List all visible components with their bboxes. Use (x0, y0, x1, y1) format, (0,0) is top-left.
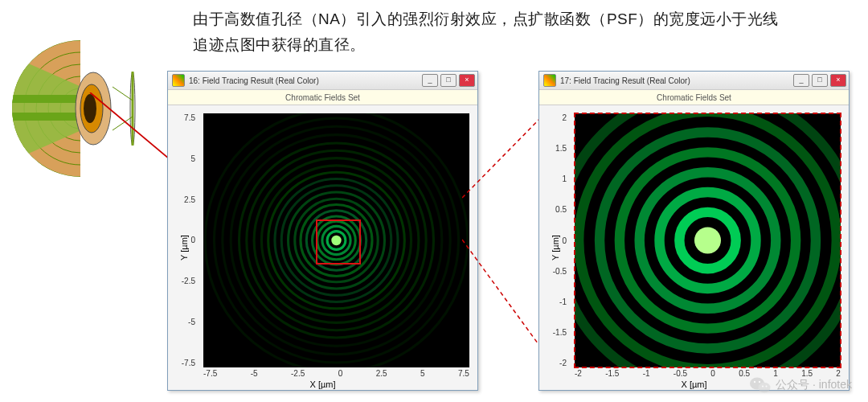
plot-area-16[interactable]: Y [µm] 7.552.50-2.5-5-7.5 (168, 105, 477, 390)
yticks-16: 7.552.50-2.5-5-7.5 (186, 113, 195, 367)
min-button[interactable]: _ (422, 74, 438, 87)
app-icon (543, 74, 556, 87)
svg-point-51 (754, 381, 755, 383)
psf-image-zoom (575, 113, 841, 367)
svg-point-54 (766, 386, 768, 388)
titlebar-17[interactable]: 17: Field Tracing Result (Real Color) _ … (539, 72, 849, 89)
xticks-16: -7.5-5-2.502.557.5 (203, 369, 469, 379)
close-button[interactable]: × (830, 74, 846, 87)
svg-line-14 (113, 117, 133, 130)
yticks-17: 21.510.50-0.5-1-1.5-2 (557, 113, 567, 367)
svg-line-13 (113, 87, 133, 100)
app-icon (172, 74, 185, 87)
svg-point-41 (694, 227, 721, 253)
result-window-16: 16: Field Tracing Result (Real Color) _ … (167, 71, 478, 391)
plot-area-17[interactable]: Y [µm] 21.510.50-0.5-1-1.5-2 (539, 105, 849, 390)
max-button[interactable]: □ (440, 74, 457, 87)
min-button[interactable]: _ (793, 74, 809, 87)
titlebar-16[interactable]: 16: Field Tracing Result (Real Color) _ … (168, 72, 477, 89)
watermark: 公众号 · infotek (750, 376, 852, 394)
watermark-text: 公众号 · infotek (776, 378, 852, 392)
svg-point-52 (759, 381, 760, 383)
wechat-icon (750, 376, 771, 394)
svg-point-50 (759, 383, 771, 393)
close-button[interactable]: × (459, 74, 475, 87)
psf-image-full (203, 113, 469, 367)
title-text-16: 16: Field Tracing Result (Real Color) (189, 76, 422, 85)
svg-point-10 (84, 94, 96, 123)
title-text-17: 17: Field Tracing Result (Real Color) (560, 76, 793, 85)
eye-lens-diagram (8, 32, 153, 185)
subtitle-17: Chromatic Fields Set (539, 89, 849, 105)
xlabel-16: X [µm] (168, 379, 477, 389)
roi-box (316, 219, 361, 265)
svg-point-53 (762, 386, 764, 388)
max-button[interactable]: □ (812, 74, 828, 87)
description-text: 由于高数值孔径（NA）引入的强烈衍射效应，点扩散函数（PSF）的宽度远小于光线追… (193, 6, 788, 59)
result-window-17: 17: Field Tracing Result (Real Color) _ … (538, 71, 850, 391)
subtitle-16: Chromatic Fields Set (168, 89, 477, 105)
